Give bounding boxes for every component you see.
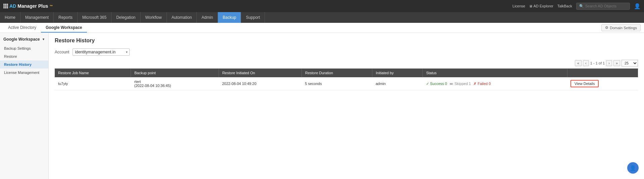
top-bar: ADManager Plus ™ License 🖥 AD Explorer T… [0,0,644,12]
account-label: Account [55,50,69,54]
ad-explorer-icon: 🖥 [529,4,533,8]
view-details-button[interactable]: View Details [570,80,599,87]
license-link[interactable]: License [512,4,525,8]
col-action [567,69,638,77]
account-select[interactable]: identitymanagement.in [73,48,130,56]
sidebar: Google Workspace ▼ Backup Settings Resto… [0,33,49,179]
nav-workflow[interactable]: Workflow [141,12,167,23]
x-icon: ✗ [473,82,476,86]
nav-management[interactable]: Management [20,12,54,23]
talkback-link[interactable]: TalkBack [557,4,572,8]
nav-bar: Home Management Reports Microsoft 365 De… [0,12,644,23]
col-duration: Restore Duration [302,69,372,77]
nav-microsoft365[interactable]: Microsoft 365 [78,12,111,23]
cell-duration: 5 seconds [302,77,372,90]
restore-history-table: Restore Job Name Backup point Restore In… [55,69,638,90]
chevron-down-icon: ▼ [42,38,45,41]
user-avatar[interactable]: 👤 [634,3,641,9]
account-row: Account identitymanagement.in [55,48,638,56]
nav-home[interactable]: Home [0,12,20,23]
grid-icon [3,4,8,8]
sidebar-item-backup-settings[interactable]: Backup Settings [0,44,48,52]
page-size-select[interactable]: 25 50 100 [622,60,638,66]
first-page-button[interactable]: « [575,60,582,66]
main-layout: Google Workspace ▼ Backup Settings Resto… [0,33,644,179]
top-bar-right: License 🖥 AD Explorer TalkBack 🔍 👤 [512,3,641,10]
content-area: Restore History Account identitymanageme… [49,33,644,179]
domain-settings-button[interactable]: ⚙ Domain Settings [601,24,641,31]
sub-tabs: Active Directory Google Workspace ⚙ Doma… [0,23,644,33]
nav-delegation[interactable]: Delegation [111,12,140,23]
logo-ad: AD [9,3,16,9]
next-page-button[interactable]: › [606,60,612,66]
nav-automation[interactable]: Automation [167,12,197,23]
col-status: Status [423,69,567,77]
col-job-name: Restore Job Name [55,69,131,77]
logo-tm: ™ [49,4,53,8]
search-input[interactable] [585,4,629,8]
help-symbol: 👤 [630,165,636,171]
skip-icon: ⏭ [450,82,453,86]
cell-initiated-on: 2022-08-04 10:49:20 [219,77,302,90]
nav-admin[interactable]: Admin [197,12,218,23]
cell-backup-point: rtert (2022-08-04 10:36:45) [131,77,219,90]
sidebar-item-restore[interactable]: Restore [0,52,48,60]
app-branding: ADManager Plus ™ [3,3,53,9]
col-initiated-by: Initiated by [372,69,423,77]
table-row: tu7yty rtert (2022-08-04 10:36:45) 2022-… [55,77,638,90]
cell-initiated-by: admin [372,77,423,90]
ad-explorer-link[interactable]: 🖥 AD Explorer [529,4,553,8]
status-success: ✓ Success 0 [426,82,447,86]
nav-backup[interactable]: Backup [218,12,241,23]
col-backup-point: Backup point [131,69,219,77]
backup-point-name: rtert [134,80,216,84]
sidebar-item-restore-history[interactable]: Restore History [0,60,48,69]
search-icon: 🔍 [579,4,584,8]
pagination-row: « ‹ 1 - 1 of 1 › » 25 50 100 [55,60,638,66]
nav-reports[interactable]: Reports [54,12,78,23]
search-box[interactable]: 🔍 [576,3,630,10]
col-initiated-on: Restore Initiated On [219,69,302,77]
account-select-wrapper: identitymanagement.in [73,48,130,56]
cell-status: ✓ Success 0 ⏭ Skipped 1 ✗ Failed 0 [423,77,567,90]
cell-action: View Details [567,77,638,90]
logo-manager: Manager Plus [17,3,48,9]
backup-point-date: (2022-08-04 10:36:45) [134,84,216,88]
sidebar-item-license-management[interactable]: License Management [0,69,48,77]
tab-active-directory[interactable]: Active Directory [3,23,41,33]
table-header-row: Restore Job Name Backup point Restore In… [55,69,638,77]
help-icon[interactable]: 👤 [627,162,639,174]
status-skipped: ⏭ Skipped 1 [450,82,471,86]
tab-google-workspace[interactable]: Google Workspace [41,23,87,33]
nav-support[interactable]: Support [241,12,265,23]
page-title: Restore History [55,38,638,44]
check-icon: ✓ [426,82,429,86]
last-page-button[interactable]: » [613,60,620,66]
cell-job-name: tu7yty [55,77,131,90]
sidebar-header[interactable]: Google Workspace ▼ [0,34,48,44]
status-failed: ✗ Failed 0 [473,82,491,86]
prev-page-button[interactable]: ‹ [583,60,589,66]
pagination-info: 1 - 1 of 1 [590,61,605,65]
app-logo: ADManager Plus ™ [3,3,53,9]
gear-icon: ⚙ [605,26,608,30]
